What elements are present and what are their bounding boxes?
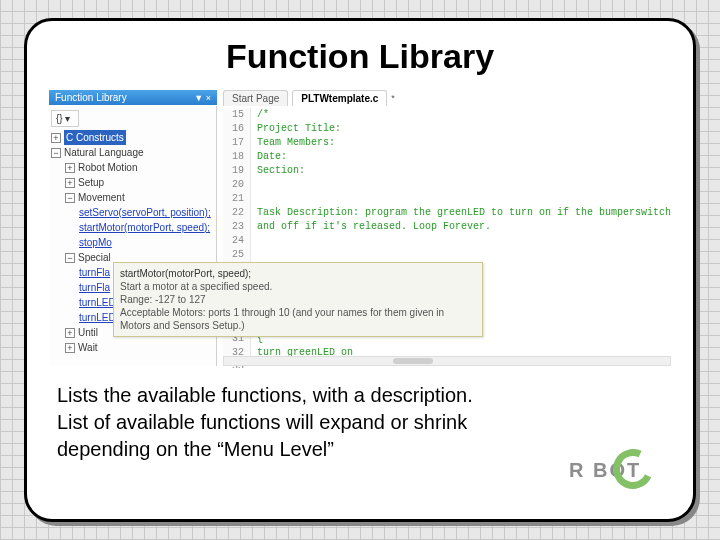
tooltip-desc: Start a motor at a specified speed. xyxy=(120,280,476,293)
tree-leaf-stopmotor[interactable]: stopMo xyxy=(51,235,214,250)
tab-dirty-mark: * xyxy=(391,93,395,103)
collapse-icon[interactable]: − xyxy=(65,193,75,203)
panel-pin-close-icon[interactable]: ▼ × xyxy=(194,93,211,103)
tree-node-movement[interactable]: −Movement xyxy=(51,190,214,205)
expand-icon[interactable]: + xyxy=(65,178,75,188)
scope-dropdown[interactable]: {} ▾ xyxy=(51,110,79,127)
tree-node-natural-language[interactable]: −Natural Language xyxy=(51,145,214,160)
tooltip-motors: Acceptable Motors: ports 1 through 10 (a… xyxy=(120,306,476,332)
logo-c-icon xyxy=(607,443,658,494)
scrollbar-thumb[interactable] xyxy=(393,358,433,364)
tree-node-setup[interactable]: +Setup xyxy=(51,175,214,190)
screenshot-region: Function Library ▼ × {} ▾ +C Constructs … xyxy=(49,90,671,368)
horizontal-scrollbar[interactable] xyxy=(223,356,671,366)
editor-tabs: Start Page PLTWtemplate.c * xyxy=(223,90,395,106)
slide-title: Function Library xyxy=(27,37,693,76)
tab-file[interactable]: PLTWtemplate.c xyxy=(292,90,387,106)
expand-icon[interactable]: + xyxy=(65,328,75,338)
tree-node-robot-motion[interactable]: +Robot Motion xyxy=(51,160,214,175)
tooltip-signature: startMotor(motorPort, speed); xyxy=(120,267,476,280)
tab-start-page[interactable]: Start Page xyxy=(223,90,288,106)
slide-frame: Function Library Function Library ▼ × {}… xyxy=(24,18,696,522)
tree-node-c-constructs[interactable]: +C Constructs xyxy=(51,130,214,145)
expand-icon[interactable]: + xyxy=(65,163,75,173)
expand-icon[interactable]: + xyxy=(51,133,61,143)
tree-node-wait[interactable]: +Wait xyxy=(51,340,214,355)
function-library-panel-header[interactable]: Function Library ▼ × xyxy=(49,90,217,105)
tree-leaf-setservo[interactable]: setServo(servoPort, position); xyxy=(51,205,214,220)
collapse-icon[interactable]: − xyxy=(65,253,75,263)
robotc-logo: R BOT xyxy=(569,447,659,499)
collapse-icon[interactable]: − xyxy=(51,148,61,158)
expand-icon[interactable]: + xyxy=(65,343,75,353)
function-tooltip: startMotor(motorPort, speed); Start a mo… xyxy=(113,262,483,337)
tree-leaf-startmotor[interactable]: startMotor(motorPort, speed); xyxy=(51,220,214,235)
panel-title: Function Library xyxy=(55,92,127,103)
tooltip-range: Range: -127 to 127 xyxy=(120,293,476,306)
